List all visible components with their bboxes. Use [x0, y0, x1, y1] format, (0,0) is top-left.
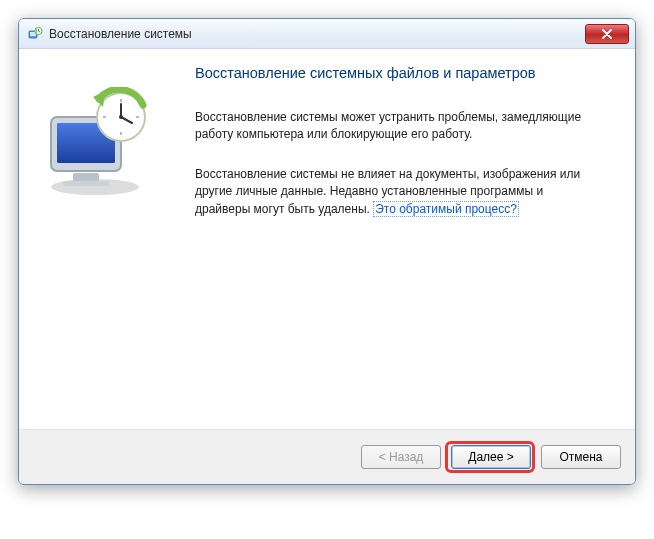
- svg-rect-8: [73, 173, 99, 181]
- wizard-illustration-column: [33, 61, 189, 421]
- close-button[interactable]: [585, 24, 629, 44]
- titlebar: Восстановление системы: [19, 19, 635, 49]
- svg-marker-19: [93, 91, 105, 107]
- wizard-content: Восстановление системных файлов и параме…: [189, 61, 621, 421]
- wizard-body: Восстановление системных файлов и параме…: [19, 49, 635, 429]
- system-restore-illustration: [33, 87, 161, 197]
- wizard-paragraph-2: Восстановление системы не влияет на доку…: [195, 166, 595, 218]
- wizard-paragraph-1: Восстановление системы может устранить п…: [195, 109, 595, 144]
- next-button[interactable]: Далее >: [451, 445, 531, 469]
- system-restore-window: Восстановление системы: [18, 18, 636, 485]
- cancel-button[interactable]: Отмена: [541, 445, 621, 469]
- wizard-heading: Восстановление системных файлов и параме…: [195, 65, 617, 81]
- back-button: < Назад: [361, 445, 441, 469]
- system-restore-icon: [27, 26, 43, 42]
- svg-point-18: [119, 115, 123, 119]
- close-icon: [601, 29, 613, 39]
- reversible-process-link[interactable]: Это обратимый процесс?: [373, 201, 519, 217]
- window-title: Восстановление системы: [49, 27, 585, 41]
- svg-rect-9: [63, 181, 109, 186]
- wizard-footer: < Назад Далее > Отмена: [19, 430, 635, 484]
